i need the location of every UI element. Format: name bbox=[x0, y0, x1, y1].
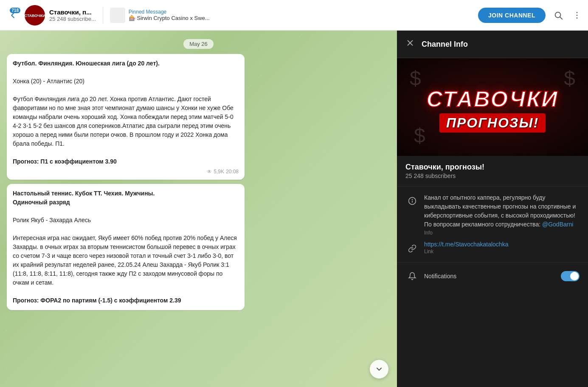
chat-scroll[interactable]: May 26 Футбол. Финляндия. Юношеская лига… bbox=[0, 31, 397, 387]
pinned-label: Pinned Message bbox=[129, 9, 210, 15]
message-time: 20:08 bbox=[226, 169, 239, 175]
more-button[interactable] bbox=[571, 9, 583, 21]
channel-subs: 25 248 subscribe... bbox=[49, 16, 96, 22]
message-bubble: Футбол. Финляндия. Юношеская лига (до 20… bbox=[7, 54, 245, 180]
channel-name: Ставочки, п... bbox=[49, 8, 96, 16]
channel-link[interactable]: https://t.me/Stavochakatalochka bbox=[424, 241, 580, 248]
pinned-message: 🎰 Sirwin Crypto Casino x Swe... bbox=[129, 15, 210, 21]
unread-badge: 718 bbox=[10, 8, 20, 13]
message-body: Хонка (20) - Атлантис (20)Футбол Финлянд… bbox=[13, 68, 239, 166]
svg-point-6 bbox=[577, 17, 578, 19]
channel-info: Ставочки, п... 25 248 subscribe... bbox=[49, 8, 96, 22]
notifications-row: Notifications bbox=[397, 263, 588, 290]
svg-point-5 bbox=[577, 14, 578, 16]
close-button[interactable] bbox=[405, 38, 415, 50]
notifications-label: Notifications bbox=[424, 273, 556, 280]
pinned-divider bbox=[103, 7, 103, 24]
notifications-toggle[interactable] bbox=[561, 271, 580, 281]
back-button[interactable]: 718 bbox=[5, 8, 20, 23]
pinned-section[interactable]: Pinned Message 🎰 Sirwin Crypto Casino x … bbox=[110, 8, 475, 23]
message-bold-line: Футбол. Финляндия. Юношеская лига (до 20… bbox=[13, 59, 239, 68]
topbar-left: 718 СТАВОЧКИ Ставочки, п... 25 248 subsc… bbox=[5, 5, 96, 25]
main-content: May 26 Футбол. Финляндия. Юношеская лига… bbox=[0, 31, 588, 387]
views-icon: 👁 bbox=[207, 169, 212, 175]
message-meta: 👁 5,9K 20:08 bbox=[13, 169, 239, 175]
message-bubble: Настольный теннис. Кубок ТТ. Чехия. Мужч… bbox=[7, 184, 245, 310]
notification-icon bbox=[405, 269, 419, 283]
date-badge: May 26 bbox=[7, 39, 390, 49]
message-bold-line: Настольный теннис. Кубок ТТ. Чехия. Мужч… bbox=[13, 189, 239, 207]
description-row: Канал от опытного каппера, регулярно буд… bbox=[405, 193, 580, 236]
svg-line-3 bbox=[560, 17, 562, 19]
channel-banner: $ $ СТАВОЧКИ ПРОГНОЗЫ! $ bbox=[397, 58, 588, 156]
svg-point-4 bbox=[577, 12, 578, 13]
channel-panel-info: Ставочки, прогнозы! 25 248 subscribers bbox=[397, 156, 588, 186]
topbar: 718 СТАВОЧКИ Ставочки, п... 25 248 subsc… bbox=[0, 0, 588, 31]
link-label: Link bbox=[424, 249, 580, 254]
message-body: Ролик Якуб - Захарда АлесьИнтересная игр… bbox=[13, 207, 239, 305]
panel-channel-name: Ставочки, прогнозы! bbox=[405, 163, 580, 172]
join-channel-button[interactable]: JOIN CHANNEL bbox=[478, 8, 546, 23]
info-content: Канал от опытного каппера, регулярно буд… bbox=[424, 193, 580, 236]
topbar-icons bbox=[552, 9, 583, 21]
banner-subtitle: ПРОГНОЗЫ! bbox=[439, 113, 546, 133]
info-section: Канал от опытного каппера, регулярно буд… bbox=[397, 186, 588, 263]
link-icon bbox=[405, 242, 419, 255]
link-row: https://t.me/Stavochakatalochka Link bbox=[405, 241, 580, 255]
panel-channel-subs: 25 248 subscribers bbox=[405, 172, 580, 179]
info-icon bbox=[405, 194, 419, 208]
banner-title: СТАВОЧКИ bbox=[426, 86, 558, 112]
search-button[interactable] bbox=[552, 9, 564, 21]
contact-link[interactable]: @GodBarni bbox=[542, 221, 573, 228]
pinned-thumb bbox=[110, 8, 125, 23]
link-content: https://t.me/Stavochakatalochka Link bbox=[424, 241, 580, 254]
pinned-text: Pinned Message 🎰 Sirwin Crypto Casino x … bbox=[129, 9, 210, 21]
date-label: May 26 bbox=[183, 39, 214, 49]
chat-area: May 26 Футбол. Финляндия. Юношеская лига… bbox=[0, 31, 397, 387]
panel-title: Channel Info bbox=[422, 40, 468, 49]
svg-text:СТАВОЧКИ: СТАВОЧКИ bbox=[25, 14, 45, 18]
panel-header: Channel Info bbox=[397, 31, 588, 58]
right-panel: Channel Info $ $ СТАВОЧКИ ПРОГНОЗЫ! $ Ст… bbox=[397, 31, 588, 387]
info-label: Info bbox=[424, 230, 580, 236]
banner-background: $ $ СТАВОЧКИ ПРОГНОЗЫ! $ bbox=[397, 58, 588, 156]
message-views: 5,9K bbox=[214, 169, 224, 175]
banner-dollar-bl: $ bbox=[414, 124, 425, 147]
scroll-down-button[interactable] bbox=[370, 360, 388, 379]
description-text: Канал от опытного каппера, регулярно буд… bbox=[424, 193, 580, 229]
banner-dollar-tl: $ bbox=[410, 67, 421, 90]
banner-dollar-tr: $ bbox=[564, 67, 575, 90]
channel-avatar[interactable]: СТАВОЧКИ bbox=[25, 5, 45, 25]
